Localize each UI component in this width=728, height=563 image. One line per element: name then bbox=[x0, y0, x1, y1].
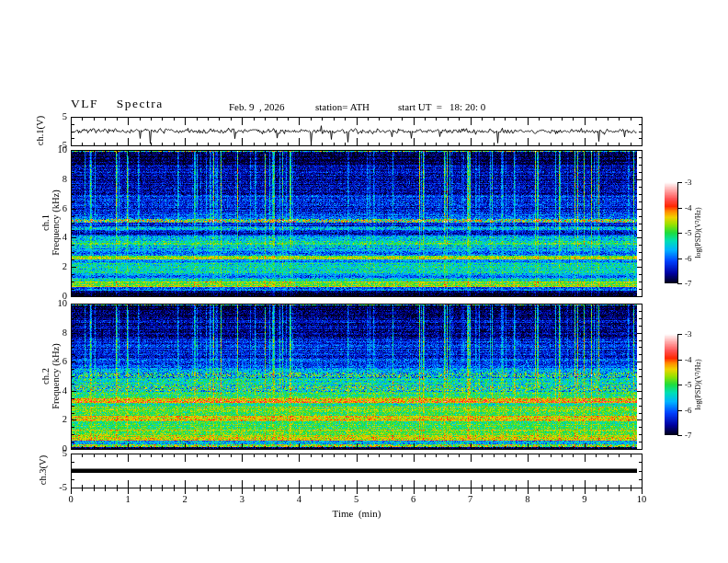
ch3-voltage-axis-label: ch.3(V) bbox=[38, 455, 48, 485]
ch1-voltage-axis-text: ch.1(V) bbox=[35, 116, 45, 145]
tick-label: 4 bbox=[63, 233, 67, 243]
plot-canvas bbox=[0, 0, 728, 563]
header-start-ut: start UT = 18: 20: 0 bbox=[398, 102, 485, 112]
tick-label: -3 bbox=[685, 330, 692, 339]
vlf-spectra-figure: VLF Spectra Feb. 9 , 2026 station= ATH s… bbox=[0, 0, 728, 563]
tick-label: 6 bbox=[63, 203, 67, 213]
ch2-frequency-axis-label: ch.2 Frequency (kHz) bbox=[40, 343, 61, 408]
tick-label: 2 bbox=[63, 415, 67, 425]
ch1-voltage-axis-label: ch.1(V) bbox=[35, 116, 45, 145]
ch1-frequency-axis-label: ch.1 Frequency (kHz) bbox=[40, 190, 61, 255]
tick-label: -6 bbox=[685, 406, 692, 414]
tick-label: 6 bbox=[63, 357, 67, 367]
tick-label: -4 bbox=[685, 203, 692, 212]
tick-label: -4 bbox=[685, 355, 692, 363]
tick-label: 9 bbox=[582, 495, 586, 505]
tick-label: 3 bbox=[240, 495, 245, 505]
header-station: station= ATH bbox=[315, 102, 370, 112]
ch2-frequency-axis-line2: Frequency (kHz) bbox=[51, 343, 61, 408]
tick-label: -7 bbox=[685, 431, 692, 440]
tick-label: 1 bbox=[125, 495, 130, 505]
figure-title: VLF Spectra bbox=[71, 98, 164, 110]
tick-label: 2 bbox=[63, 262, 67, 272]
tick-label: -7 bbox=[685, 280, 692, 288]
tick-label: 2 bbox=[183, 495, 188, 505]
tick-label: -5 bbox=[59, 483, 67, 493]
tick-label: 4 bbox=[63, 386, 67, 396]
tick-label: -5 bbox=[685, 381, 692, 389]
ch1-frequency-axis-line1: ch.1 bbox=[40, 190, 51, 255]
tick-label: 0 bbox=[63, 444, 67, 454]
colorbar1-label-text: log(PSD)(V²/Hz) bbox=[693, 207, 703, 258]
ch2-frequency-axis-line1: ch.2 bbox=[40, 343, 51, 408]
tick-label: -6 bbox=[685, 254, 692, 262]
colorbar2-label: log(PSD)(V²/Hz) bbox=[693, 359, 703, 409]
tick-label: 10 bbox=[58, 299, 68, 309]
ch1-frequency-axis-line2: Frequency (kHz) bbox=[51, 190, 61, 255]
tick-label: 4 bbox=[297, 495, 301, 505]
tick-label: 8 bbox=[63, 327, 67, 338]
tick-label: -3 bbox=[685, 178, 692, 187]
header-date: Feb. 9 , 2026 bbox=[229, 102, 285, 112]
x-axis-label: Time (min) bbox=[333, 509, 381, 519]
tick-label: 5 bbox=[63, 112, 67, 122]
tick-label: 7 bbox=[468, 495, 472, 505]
tick-label: 5 bbox=[354, 495, 358, 505]
tick-label: 10 bbox=[58, 145, 68, 155]
colorbar1-label: log(PSD)(V²/Hz) bbox=[693, 207, 703, 258]
tick-label: 0 bbox=[68, 495, 73, 505]
tick-label: 10 bbox=[637, 495, 647, 505]
ch3-voltage-axis-text: ch.3(V) bbox=[38, 455, 48, 485]
tick-label: 8 bbox=[525, 495, 529, 505]
tick-label: 6 bbox=[411, 495, 415, 505]
tick-label: -5 bbox=[685, 229, 692, 237]
colorbar2-label-text: log(PSD)(V²/Hz) bbox=[693, 359, 703, 409]
tick-label: 8 bbox=[63, 175, 67, 185]
